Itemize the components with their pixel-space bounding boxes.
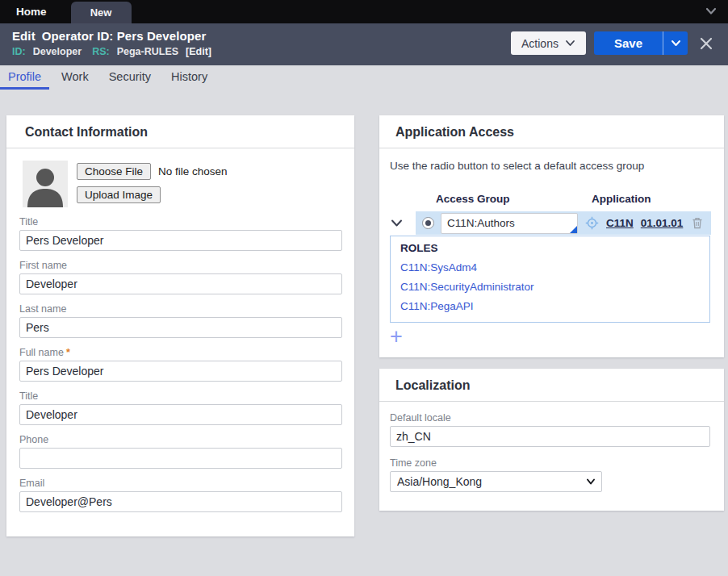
role-link[interactable]: C11N:PegaAPI	[400, 300, 474, 312]
add-access-group-button[interactable]: +	[390, 327, 408, 346]
page-title-text: Operator ID: Pers Developer	[42, 29, 207, 43]
header-actions: Actions Save	[511, 31, 717, 55]
application-name-link[interactable]: C11N	[606, 217, 634, 229]
tab-profile-label: Profile	[8, 70, 41, 83]
record-header: EditOperator ID: Pers Developer ID: Deve…	[0, 23, 728, 65]
avatar	[23, 161, 68, 207]
tab-security-label: Security	[109, 70, 151, 83]
last-name-label: Last name	[19, 303, 342, 315]
roles-header: ROLES	[400, 242, 700, 254]
application-column-header: Application	[592, 193, 651, 205]
chevron-down-icon	[671, 40, 681, 47]
access-group-row: C11N 01.01.01	[390, 211, 711, 235]
full-name-label: Full name*	[19, 347, 342, 358]
id-label: ID:	[12, 46, 26, 57]
default-locale-input[interactable]	[390, 426, 710, 447]
role-link[interactable]: C11N:SysAdm4	[400, 261, 477, 273]
close-icon	[699, 36, 713, 51]
nav-tabs: Profile Work Security History	[0, 65, 728, 90]
last-name-input[interactable]	[19, 317, 342, 338]
save-button[interactable]: Save	[594, 31, 663, 55]
upload-image-button[interactable]: Upload Image	[77, 186, 161, 203]
tab-home[interactable]: Home	[0, 0, 63, 23]
tab-new-label: New	[90, 6, 112, 19]
access-table-header: Access Group Application	[390, 193, 711, 207]
rs-value: Pega-RULES	[117, 46, 178, 57]
required-indicator: *	[66, 347, 70, 358]
access-group-instruction: Use the radio button to select a default…	[390, 160, 711, 172]
title-label: Title	[19, 216, 342, 227]
save-menu-button[interactable]	[663, 31, 688, 55]
full-name-label-text: Full name	[19, 347, 64, 358]
no-file-chosen-text: No file chosen	[158, 165, 228, 177]
default-access-group-radio[interactable]	[422, 217, 434, 229]
title2-input[interactable]	[19, 404, 342, 425]
chevron-down-icon	[565, 40, 575, 47]
id-value: Developer	[33, 46, 82, 57]
delete-row-trash-icon[interactable]	[691, 216, 704, 230]
email-label: Email	[19, 478, 342, 489]
roles-panel: ROLES C11N:SysAdm4 C11N:SecurityAdminist…	[390, 236, 710, 323]
localization-title: Localization	[379, 369, 724, 402]
localization-panel: Localization Default locale Time zone As…	[379, 369, 724, 511]
tab-profile[interactable]: Profile	[8, 65, 41, 88]
rs-label: RS:	[92, 46, 110, 57]
page-title-action: Edit	[12, 29, 36, 43]
tab-security[interactable]: Security	[109, 65, 151, 88]
first-name-label: First name	[19, 260, 342, 271]
time-zone-label: Time zone	[390, 457, 710, 469]
preview-target-icon[interactable]	[585, 216, 599, 230]
expand-row-chevron-icon[interactable]	[390, 216, 404, 230]
contact-information-panel: Contact Information Choose File No file …	[6, 115, 354, 536]
title2-label: Title	[19, 390, 342, 402]
role-link[interactable]: C11N:SecurityAdministrator	[400, 281, 534, 293]
save-split-button: Save	[594, 31, 688, 55]
full-name-input[interactable]	[19, 361, 342, 382]
phone-label: Phone	[19, 434, 342, 445]
actions-button[interactable]: Actions	[511, 31, 586, 55]
person-silhouette-icon	[23, 161, 68, 207]
tab-history[interactable]: History	[171, 65, 207, 88]
access-group-input[interactable]	[441, 213, 578, 234]
choose-file-button[interactable]: Choose File	[77, 163, 151, 180]
chevron-down-icon[interactable]	[704, 6, 718, 17]
application-version-link[interactable]: 01.01.01	[641, 217, 684, 229]
tab-history-label: History	[171, 70, 207, 83]
email-input[interactable]	[19, 491, 342, 512]
time-zone-select[interactable]: Asia/Hong_Kong	[390, 471, 602, 492]
close-button[interactable]	[699, 35, 717, 52]
access-group-row-highlight: C11N 01.01.01	[416, 211, 711, 235]
default-locale-label: Default locale	[390, 412, 710, 424]
application-access-title: Application Access	[379, 115, 724, 148]
window-tab-bar: Home New	[0, 0, 728, 23]
access-group-column-header: Access Group	[436, 193, 510, 205]
application-access-panel: Application Access Use the radio button …	[379, 115, 724, 357]
save-button-label: Save	[614, 36, 642, 50]
tab-work-label: Work	[61, 70, 89, 83]
tab-work[interactable]: Work	[61, 65, 89, 88]
title-input[interactable]	[19, 230, 342, 251]
actions-button-label: Actions	[521, 37, 559, 50]
contact-information-title: Contact Information	[6, 115, 354, 148]
phone-input[interactable]	[19, 448, 342, 469]
tab-home-label: Home	[16, 6, 47, 18]
first-name-input[interactable]	[19, 273, 342, 294]
tab-new[interactable]: New	[71, 2, 132, 23]
edit-ruleset-link[interactable]: [Edit]	[186, 46, 211, 57]
